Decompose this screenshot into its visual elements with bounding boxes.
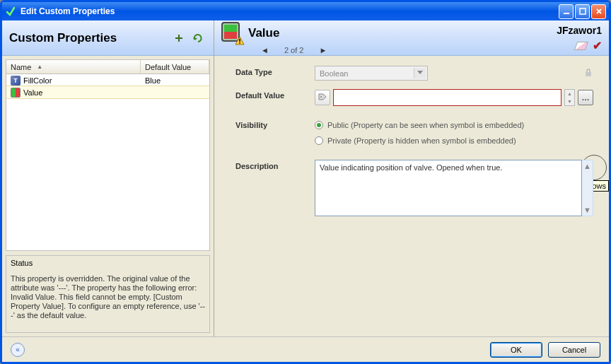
close-button[interactable] <box>591 4 606 19</box>
pager-text: 2 of 2 <box>284 46 304 54</box>
default-value-input[interactable] <box>333 89 561 106</box>
radio-unchecked-icon <box>315 136 323 145</box>
properties-table: Name Default Value FillColor Blue <box>6 59 210 251</box>
radio-checked-icon <box>315 121 323 129</box>
svg-rect-4 <box>586 72 591 76</box>
apply-button[interactable]: ✔ <box>593 39 602 52</box>
property-title: Value <box>248 26 279 40</box>
visibility-public-label: Public (Property can be seen when symbol… <box>327 121 524 129</box>
description-text: Value indicating position of valve. Open… <box>320 163 502 172</box>
value-spinner[interactable]: ▲▼ <box>564 89 575 106</box>
context-name: JFzawor1 <box>557 25 602 36</box>
cell-name: Value <box>23 88 42 97</box>
maximize-button[interactable] <box>575 4 590 19</box>
table-row[interactable]: FillColor Blue <box>6 74 209 86</box>
restore-property-button[interactable] <box>191 31 206 45</box>
column-name[interactable]: Name <box>6 60 141 74</box>
status-title: Status <box>11 259 205 267</box>
form-area: Data Type Boolean Default Val <box>214 56 609 336</box>
tag-picker-button[interactable] <box>315 90 330 105</box>
cell-default: Blue <box>141 76 209 85</box>
right-header: Value JFzawor1 ◄ 2 of 2 ► ✔ <box>214 20 609 56</box>
minimize-button[interactable] <box>559 4 574 19</box>
clear-button[interactable] <box>574 42 588 50</box>
value-icon <box>11 88 21 98</box>
next-property-button[interactable]: ► <box>316 45 330 56</box>
app-icon <box>5 6 16 17</box>
lock-icon <box>583 68 593 79</box>
visibility-private-label: Private (Property is hidden when symbol … <box>327 136 516 145</box>
fillcolor-icon <box>11 76 21 86</box>
description-scrollbar[interactable]: ▲▼ <box>582 160 593 216</box>
svg-rect-0 <box>564 13 569 14</box>
table-body: FillColor Blue Value <box>6 74 209 250</box>
prev-property-button[interactable]: ◄ <box>258 45 272 56</box>
label-visibility: Visibility <box>235 119 315 129</box>
dialog-footer: « OK Cancel <box>2 336 609 362</box>
browse-button[interactable]: … <box>578 90 593 105</box>
chevron-down-icon <box>417 71 423 74</box>
left-panel: Custom Properties Name Default Value <box>2 20 214 336</box>
visibility-public-radio[interactable]: Public (Property can be seen when symbol… <box>315 119 524 131</box>
ok-button[interactable]: OK <box>490 342 542 358</box>
left-header: Custom Properties <box>2 20 214 56</box>
svg-rect-1 <box>580 8 586 14</box>
status-body: This property is overridden. The origina… <box>11 274 205 320</box>
edit-custom-properties-window: Edit Custom Properties Custom Properties <box>0 0 611 364</box>
cancel-button[interactable]: Cancel <box>548 342 600 358</box>
add-property-button[interactable] <box>171 31 187 45</box>
visibility-private-radio[interactable]: Private (Property is hidden when symbol … <box>315 134 516 147</box>
status-panel: Status This property is overridden. The … <box>6 255 210 333</box>
description-textarea[interactable]: Value indicating position of valve. Open… <box>315 160 582 216</box>
label-description: Description <box>235 160 315 170</box>
warning-icon <box>235 36 245 46</box>
svg-rect-2 <box>239 39 240 42</box>
column-default[interactable]: Default Value <box>141 60 209 74</box>
label-datatype: Data Type <box>235 66 315 76</box>
table-header: Name Default Value <box>6 60 209 74</box>
collapse-left-button[interactable]: « <box>11 343 25 357</box>
right-panel: Value JFzawor1 ◄ 2 of 2 ► ✔ Dat <box>214 20 609 336</box>
label-defaultvalue: Default Value <box>235 89 315 100</box>
datatype-value: Boolean <box>320 69 348 78</box>
datatype-dropdown[interactable]: Boolean <box>315 66 428 81</box>
property-type-icon <box>221 22 243 45</box>
svg-point-5 <box>320 96 322 98</box>
table-row[interactable]: Value <box>6 86 209 98</box>
svg-rect-3 <box>239 42 240 44</box>
left-heading: Custom Properties <box>9 31 167 45</box>
cell-name: FillColor <box>23 76 52 85</box>
client-area: Custom Properties Name Default Value <box>2 20 609 362</box>
window-title: Edit Custom Properties <box>21 6 115 16</box>
titlebar[interactable]: Edit Custom Properties <box>2 2 609 20</box>
